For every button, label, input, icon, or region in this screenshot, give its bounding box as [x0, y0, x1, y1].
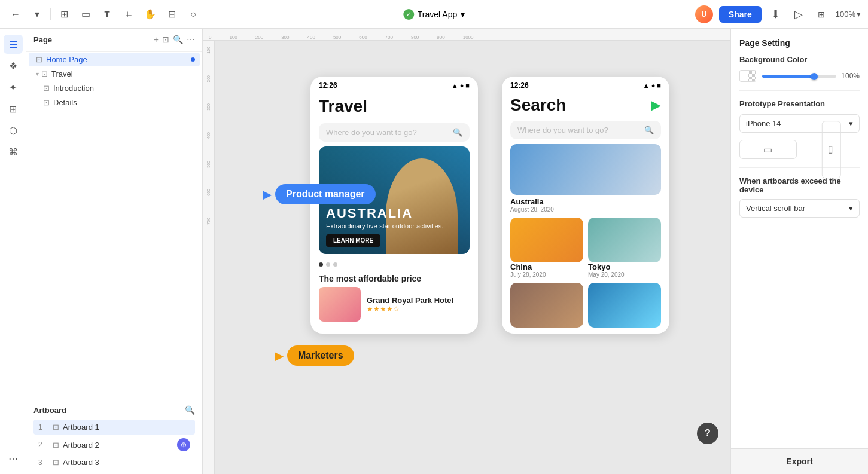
- grid-tool[interactable]: ⊞: [4, 99, 23, 118]
- components-tool[interactable]: ❖: [4, 56, 23, 75]
- china-card-title: China: [510, 262, 583, 271]
- artboard-label-3: Artboard 3: [63, 458, 99, 467]
- circle-icon[interactable]: ○: [185, 6, 202, 23]
- bottom-tool[interactable]: ⋯: [4, 449, 23, 468]
- australia-card: Australia August 28, 2020: [510, 144, 661, 215]
- toolbar-left: ← ▾ ⊞ ▭ T ⌗ ✋ ⊟ ○: [7, 6, 690, 23]
- artboard-section: Artboard 🔍 1 ⊡ Artboard 1 2 ⊡ Artboard 2…: [26, 399, 202, 474]
- page-icon-home: ⊡: [36, 55, 42, 64]
- hotel-stars-1: ★★★★☆: [367, 305, 470, 313]
- scroll-dropdown-icon: ▾: [849, 204, 853, 213]
- landscape-icon[interactable]: ▭: [821, 121, 840, 178]
- slider-thumb[interactable]: [811, 73, 818, 80]
- page-tree: ⊡ Home Page ▾ ⊡ Travel ⊡ Introduction ⊡ …: [26, 52, 202, 399]
- help-button[interactable]: ?: [697, 423, 718, 444]
- slider-track[interactable]: [762, 75, 836, 78]
- travel-search[interactable]: Where do you want to go? 🔍: [319, 123, 470, 142]
- zoom-indicator[interactable]: 100% ▾: [836, 10, 861, 19]
- main-layout: ☰ ❖ ✦ ⊞ ⬡ ⌘ ⋯ Page + ⊡ 🔍 ⋯ ⊡: [0, 29, 868, 474]
- frame-icon[interactable]: ▭: [77, 6, 94, 23]
- canvas-content: ▶ Product manager ▶ Marketers 12:26: [215, 41, 730, 474]
- page-label-travel: Travel: [51, 69, 73, 78]
- hand-icon[interactable]: ✋: [142, 6, 159, 23]
- path-icon[interactable]: ⌗: [120, 6, 137, 23]
- assets-tool[interactable]: ✦: [4, 78, 23, 97]
- zoom-value: 100%: [836, 10, 855, 19]
- app-title-container: ✓ Travel App ▾: [403, 9, 465, 20]
- artboard-header: Artboard 🔍: [33, 405, 195, 415]
- search-bar-2[interactable]: Where do you want to go? 🔍: [510, 121, 661, 139]
- status-icons-1: ▲●■: [452, 82, 470, 89]
- active-dot-home: [191, 57, 195, 62]
- canvas-inner: ▶ Product manager ▶ Marketers 12:26: [215, 41, 730, 459]
- australia-card-date: August 28, 2020: [510, 206, 661, 213]
- toolbar-right: U Share ⬇ ▷ ⊞ 100% ▾: [695, 5, 861, 23]
- import-page-icon[interactable]: ⊡: [162, 35, 169, 44]
- slider-container: 100%: [762, 72, 860, 80]
- australia-card-body: Australia August 28, 2020: [510, 195, 661, 215]
- scroll-label: Vertical scroll bar: [746, 204, 805, 213]
- toolbar: ← ▾ ⊞ ▭ T ⌗ ✋ ⊟ ○ ✓ Travel App ▾ U Share…: [0, 0, 868, 29]
- china-card: China July 28, 2020: [510, 218, 583, 278]
- artboard-item-2[interactable]: 2 ⊡ Artboard 2 ⊕: [33, 435, 195, 454]
- ruler-top: 0 100 200 300 400 500 600 700 800 900 10…: [203, 29, 730, 41]
- interactions-tool[interactable]: ⌘: [4, 142, 23, 161]
- export-label[interactable]: Export: [786, 457, 812, 466]
- artboard-item-1[interactable]: 1 ⊡ Artboard 1: [33, 420, 195, 435]
- page-icon-intro: ⊡: [43, 84, 50, 93]
- artboard-label-1: Artboard 1: [63, 423, 99, 432]
- hotel-name-1: Grand Royal Park Hotel: [367, 296, 470, 305]
- page-item-details[interactable]: ⊡ Details: [29, 96, 200, 109]
- app-title-dropdown[interactable]: ▾: [461, 10, 465, 19]
- divider-1: [50, 8, 51, 20]
- tokyo-card-title: Tokyo: [588, 262, 661, 271]
- download-icon[interactable]: ⬇: [768, 6, 784, 23]
- artboard-item-3[interactable]: 3 ⊡ Artboard 3: [33, 455, 195, 470]
- play-icon[interactable]: ▷: [790, 6, 807, 23]
- scroll-selector[interactable]: Vertical scroll bar ▾: [739, 199, 860, 218]
- device-selector-icons: ▭ ▭: [739, 140, 860, 159]
- color-swatch[interactable]: [739, 70, 756, 82]
- prototyping-tool[interactable]: ⬡: [4, 121, 23, 140]
- pages-header-icons: + ⊡ 🔍 ⋯: [154, 35, 195, 44]
- share-button[interactable]: Share: [719, 6, 762, 23]
- portrait-icon[interactable]: ▭: [739, 140, 797, 159]
- search-grid: China July 28, 2020 Tokyo May 20, 2020: [502, 218, 669, 334]
- page-item-introduction[interactable]: ⊡ Introduction: [29, 81, 200, 95]
- tokyo-card: Tokyo May 20, 2020: [588, 218, 661, 278]
- annotation-product-manager: ▶ Product manager: [263, 184, 376, 204]
- canvas-area: 0 100 200 300 400 500 600 700 800 900 10…: [203, 29, 730, 474]
- extra-card-1: [510, 283, 583, 328]
- china-card-date: July 28, 2020: [510, 271, 583, 278]
- page-icon-details: ⊡: [43, 98, 50, 107]
- component-icon[interactable]: ⊟: [163, 6, 180, 23]
- time-2: 12:26: [510, 81, 529, 90]
- device-selector[interactable]: iPhone 14 ▾: [739, 114, 860, 133]
- divider-2: [739, 167, 860, 168]
- more-page-icon[interactable]: ⋯: [187, 35, 195, 44]
- layout-icon[interactable]: ⊞: [813, 6, 830, 23]
- zoom-dropdown-arrow: ▾: [857, 10, 861, 19]
- hero-title-1: AUSTRALIA: [326, 206, 443, 221]
- layers-tool[interactable]: ☰: [4, 35, 23, 54]
- dot-1-active: [319, 262, 323, 267]
- artboard-icon-2: ⊡: [53, 441, 59, 449]
- page-item-travel[interactable]: ▾ ⊡ Travel: [29, 67, 200, 81]
- page-item-home[interactable]: ⊡ Home Page: [29, 53, 200, 66]
- carousel-dots-1: [310, 259, 478, 270]
- text-icon[interactable]: T: [99, 6, 115, 23]
- back-button[interactable]: ←: [7, 6, 24, 23]
- device-label: iPhone 14: [746, 119, 781, 128]
- pages-icon[interactable]: ⊞: [56, 6, 72, 23]
- forward-button[interactable]: ▾: [29, 6, 45, 23]
- toolbar-center: ✓ Travel App ▾: [403, 9, 465, 20]
- user-avatar[interactable]: U: [695, 5, 713, 23]
- add-page-icon[interactable]: +: [154, 35, 159, 44]
- artboard-icon-1: ⊡: [53, 423, 59, 432]
- right-panel: Page Setting Background Color 100% Proto…: [730, 29, 868, 474]
- hero-learn-more-btn[interactable]: LEARN MORE: [326, 234, 380, 247]
- search-page-icon[interactable]: 🔍: [173, 35, 183, 44]
- exceed-label: When artboards exceed the device: [739, 176, 860, 194]
- artboard-search-icon[interactable]: 🔍: [185, 405, 195, 415]
- left-sidebar: Page + ⊡ 🔍 ⋯ ⊡ Home Page ▾ ⊡ Trave: [26, 29, 203, 474]
